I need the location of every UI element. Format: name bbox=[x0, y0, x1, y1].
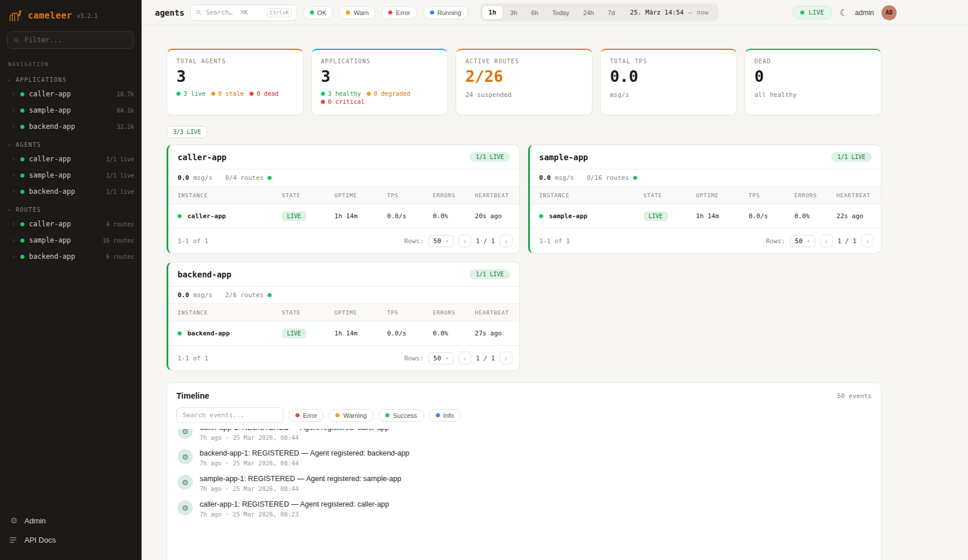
stat-card-total-agents: TOTAL AGENTS 3 3 live 0 stale 0 dead bbox=[167, 49, 304, 115]
event-time: 7h ago · 25 Mar 2026, 08:44 bbox=[200, 434, 389, 441]
sidebar-item-badge: 4 routes bbox=[106, 221, 134, 227]
live-badge: 1/1 LIVE bbox=[469, 152, 510, 162]
sidebar-item-badge: 1/1 live bbox=[106, 172, 134, 179]
uptime-cell: 1h 14m bbox=[691, 204, 744, 229]
instance-status-dot bbox=[178, 214, 182, 218]
panel-tps: 0.0 bbox=[178, 174, 189, 182]
sidebar-filter-input[interactable] bbox=[24, 36, 128, 44]
timeline-event[interactable]: ⚙ backend-app-1: REGISTERED — Agent regi… bbox=[176, 445, 872, 471]
table-row[interactable]: caller-app LIVE 1h 14m 0.0/s 0.0% 20s ag… bbox=[168, 204, 519, 229]
live-badge: 1/1 LIVE bbox=[831, 152, 872, 162]
gear-icon: ⚙ bbox=[178, 500, 193, 515]
timeline-filter-info[interactable]: Info bbox=[429, 409, 461, 422]
prev-page-button[interactable]: ‹ bbox=[458, 352, 471, 364]
running-status-dot bbox=[430, 10, 434, 15]
next-page-button[interactable]: › bbox=[500, 234, 512, 247]
time-range-7d[interactable]: 7d bbox=[601, 6, 622, 20]
event-time: 7h ago · 25 Mar 2026, 08:23 bbox=[200, 511, 389, 518]
chip-label: OK bbox=[317, 9, 327, 16]
sidebar-item-badge: 84.1k bbox=[117, 107, 134, 114]
sidebar-filter[interactable] bbox=[7, 31, 134, 49]
sidebar-item-routes-caller-app[interactable]: caller-app 4 routes bbox=[0, 216, 141, 232]
status-dot bbox=[20, 239, 24, 243]
stat-value: 0 bbox=[754, 67, 872, 85]
prev-page-button[interactable]: ‹ bbox=[458, 234, 471, 247]
table-row[interactable]: backend-app LIVE 1h 14m 0.0/s 0.0% 27s a… bbox=[168, 321, 519, 346]
global-search[interactable]: Ctrl+K bbox=[190, 5, 297, 21]
filter-chip-running[interactable]: Running bbox=[423, 6, 468, 19]
sidebar-section-agents[interactable]: AGENTS bbox=[0, 135, 141, 151]
sidebar-item-caller-app[interactable]: caller-app 10.7k bbox=[0, 86, 141, 102]
panel-routes: 2/6 routes bbox=[225, 291, 263, 299]
dark-mode-toggle[interactable]: ☾ bbox=[840, 8, 847, 17]
rows-per-page-select[interactable]: 50▾ bbox=[428, 352, 454, 364]
timeline-event[interactable]: ⚙ caller-app-1: REGISTERED — Agent regis… bbox=[176, 496, 872, 522]
status-dot bbox=[20, 190, 24, 194]
stat-value: 0.0 bbox=[610, 67, 727, 85]
state-badge: LIVE bbox=[282, 211, 306, 221]
sidebar-section-applications[interactable]: APPLICATIONS bbox=[0, 70, 141, 86]
next-page-button[interactable]: › bbox=[500, 352, 512, 364]
time-range-1h[interactable]: 1h bbox=[482, 5, 503, 20]
timeline-search-input[interactable] bbox=[176, 407, 284, 423]
sidebar-item-agent-sample-app[interactable]: sample-app 1/1 live bbox=[0, 167, 141, 183]
rows-per-page-select[interactable]: 50▾ bbox=[790, 235, 815, 247]
panel-title: backend-app bbox=[178, 270, 232, 279]
sidebar-api-docs-link[interactable]: API Docs bbox=[0, 530, 141, 550]
admin-label: Admin bbox=[24, 516, 46, 525]
time-range-3h[interactable]: 3h bbox=[503, 6, 524, 20]
sidebar-item-sample-app[interactable]: sample-app 84.1k bbox=[0, 102, 141, 118]
rows-per-page-select[interactable]: 50▾ bbox=[428, 235, 454, 247]
filter-chip-error[interactable]: Error bbox=[381, 6, 417, 19]
stat-card-total-tps: TOTAL TPS 0.0 msg/s bbox=[600, 49, 737, 115]
live-indicator[interactable]: LIVE bbox=[792, 6, 832, 19]
filter-chip-warn[interactable]: Warn bbox=[339, 6, 375, 19]
col-header: HEARTBEAT bbox=[470, 187, 519, 204]
col-header: HEARTBEAT bbox=[470, 304, 519, 321]
instance-name: caller-app bbox=[187, 212, 226, 220]
timeline-filter-error[interactable]: Error bbox=[288, 409, 324, 422]
sidebar-item-agent-caller-app[interactable]: caller-app 1/1 live bbox=[0, 151, 141, 167]
app-panels: caller-app 1/1 LIVE 0.0 msg/s 0/4 routes… bbox=[167, 144, 882, 371]
heartbeat-cell: 27s ago bbox=[470, 321, 519, 346]
instance-status-dot bbox=[539, 214, 543, 218]
chevron-left-icon: ‹ bbox=[464, 355, 466, 362]
time-range-6h[interactable]: 6h bbox=[524, 6, 545, 20]
sidebar-item-routes-backend-app[interactable]: backend-app 6 routes bbox=[0, 248, 141, 265]
table-row[interactable]: sample-app LIVE 1h 14m 0.0/s 0.0% 22s ag… bbox=[530, 204, 881, 229]
timeline-panel: Timeline 50 events Error Warning Success… bbox=[167, 382, 882, 560]
rows-label: Rows: bbox=[766, 237, 785, 245]
gear-icon: ⚙ bbox=[178, 449, 193, 464]
sidebar-admin-link[interactable]: ⚙ Admin bbox=[0, 511, 141, 530]
panel-tps-unit: msg/s bbox=[193, 174, 212, 182]
sidebar-section-routes[interactable]: ROUTES bbox=[0, 200, 141, 216]
stat-sub: 0 degraded bbox=[374, 90, 410, 97]
page-indicator: 1 / 1 bbox=[837, 237, 857, 245]
global-search-input[interactable] bbox=[206, 9, 263, 16]
col-header: INSTANCE bbox=[168, 187, 277, 204]
timeline-filter-warning[interactable]: Warning bbox=[328, 409, 374, 422]
heartbeat-cell: 20s ago bbox=[470, 204, 519, 229]
filter-chip-ok[interactable]: OK bbox=[303, 6, 334, 19]
timeline-event-list[interactable]: ⚙ caller-app-1: REGISTERED — Agent regis… bbox=[176, 429, 872, 522]
stat-card-dead: DEAD 0 all healthy bbox=[745, 49, 882, 115]
sidebar-item-backend-app[interactable]: backend-app 32.2k bbox=[0, 118, 141, 135]
heartbeat-cell: 22s ago bbox=[832, 204, 881, 229]
sidebar-item-badge: 6 routes bbox=[106, 254, 134, 260]
timeline-filter-success[interactable]: Success bbox=[378, 409, 424, 422]
timeline-event[interactable]: ⚙ caller-app-1: REGISTERED — Agent regis… bbox=[176, 429, 872, 445]
next-page-button[interactable]: › bbox=[861, 234, 874, 247]
sidebar-item-routes-sample-app[interactable]: sample-app 16 routes bbox=[0, 232, 141, 248]
error-status-dot bbox=[388, 10, 392, 15]
event-time: 7h ago · 25 Mar 2026, 08:44 bbox=[200, 460, 409, 467]
time-range-today[interactable]: Today bbox=[546, 6, 576, 20]
prev-page-button[interactable]: ‹ bbox=[820, 234, 833, 247]
gear-icon: ⚙ bbox=[178, 475, 193, 490]
avatar[interactable]: AD bbox=[882, 5, 897, 20]
sidebar-item-agent-backend-app[interactable]: backend-app 1/1 live bbox=[0, 183, 141, 200]
state-badge: LIVE bbox=[644, 211, 668, 221]
time-range-24h[interactable]: 24h bbox=[576, 6, 601, 20]
panel-status-dot bbox=[633, 176, 637, 180]
timeline-event[interactable]: ⚙ sample-app-1: REGISTERED — Agent regis… bbox=[176, 471, 872, 496]
panel-status-dot bbox=[268, 293, 272, 297]
